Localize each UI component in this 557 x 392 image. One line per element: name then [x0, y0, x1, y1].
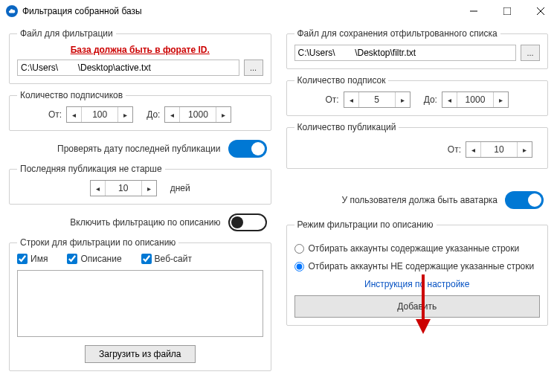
pubs-legend: Количество публикаций: [294, 122, 399, 132]
filter-file-input[interactable]: [17, 60, 239, 76]
subs-to-label: До:: [147, 109, 160, 120]
subscribers-group: Количество подписчиков От: ◂ 100 ▸ До: ◂…: [9, 90, 271, 131]
follows-from-value[interactable]: 5: [359, 92, 395, 107]
close-button[interactable]: [524, 0, 557, 22]
follows-to-label: До:: [424, 94, 437, 105]
follows-to-spinner[interactable]: ◂ 1000 ▸: [442, 91, 509, 108]
avatar-toggle[interactable]: [505, 191, 544, 209]
chevron-right-icon[interactable]: ▸: [117, 107, 132, 122]
filter-mode-group: Режим фильтрации по описанию Отбирать ак…: [286, 219, 549, 326]
add-button[interactable]: Добавить: [294, 295, 541, 318]
desc-strings-textarea[interactable]: [17, 270, 263, 337]
pubs-value[interactable]: 10: [481, 142, 517, 157]
subs-from-spinner[interactable]: ◂ 100 ▸: [66, 106, 133, 123]
chevron-right-icon[interactable]: ▸: [216, 107, 231, 122]
chevron-right-icon[interactable]: ▸: [395, 92, 410, 107]
titlebar: Фильтрация собранной базы: [0, 0, 557, 22]
follows-legend: Количество подписок: [294, 75, 389, 86]
chevron-left-icon[interactable]: ◂: [466, 142, 481, 157]
instructions-link[interactable]: Инструкция по настройке: [294, 279, 541, 289]
subscribers-legend: Количество подписчиков: [17, 90, 126, 100]
chevron-right-icon[interactable]: ▸: [141, 181, 156, 196]
check-date-toggle[interactable]: [228, 140, 267, 158]
filter-file-browse-button[interactable]: ...: [244, 60, 263, 76]
maximize-button[interactable]: [490, 0, 524, 22]
last-pub-legend: Последняя публикация не старше: [17, 164, 165, 174]
follows-to-value[interactable]: 1000: [457, 92, 493, 107]
chevron-left-icon[interactable]: ◂: [91, 181, 106, 196]
desc-strings-group: Строки для фильтрации по описанию Имя Оп…: [9, 237, 271, 371]
subs-to-spinner[interactable]: ◂ 1000 ▸: [164, 106, 231, 123]
save-file-browse-button[interactable]: ...: [521, 45, 540, 61]
desc-filter-label: Включить фильтрацию по описанию: [70, 217, 220, 228]
mode-contains-radio[interactable]: Отбирать аккаунты содержащие указанные с…: [294, 243, 541, 254]
subs-to-value[interactable]: 1000: [180, 107, 216, 122]
desc-filter-toggle[interactable]: [228, 213, 267, 231]
chevron-left-icon[interactable]: ◂: [442, 92, 457, 107]
follows-group: Количество подписок От: ◂ 5 ▸ До: ◂ 1000: [286, 75, 549, 116]
app-icon: [6, 5, 18, 17]
pubs-group: Количество публикаций От: ◂ 10 ▸: [286, 122, 549, 169]
follows-from-spinner[interactable]: ◂ 5 ▸: [344, 91, 410, 108]
load-from-file-button[interactable]: Загрузить из файла: [85, 345, 196, 363]
mode-not-contains-radio[interactable]: Отбирать аккаунты НЕ содержащие указанны…: [294, 261, 541, 271]
minimize-button[interactable]: [457, 0, 490, 22]
last-pub-value[interactable]: 10: [106, 181, 141, 196]
last-pub-spinner[interactable]: ◂ 10 ▸: [90, 180, 157, 196]
svg-rect-1: [503, 7, 511, 15]
subs-from-label: От:: [48, 109, 62, 120]
last-pub-unit: дней: [170, 183, 190, 193]
check-date-label: Проверять дату последней публикации: [57, 144, 220, 154]
desc-strings-legend: Строки для фильтрации по описанию: [17, 237, 178, 248]
id-format-warning: База должна быть в форате ID.: [17, 45, 263, 55]
chevron-right-icon[interactable]: ▸: [493, 92, 508, 107]
last-pub-group: Последняя публикация не старше ◂ 10 ▸ дн…: [9, 164, 271, 205]
pubs-spinner[interactable]: ◂ 10 ▸: [466, 141, 532, 158]
chevron-left-icon[interactable]: ◂: [165, 107, 180, 122]
website-checkbox[interactable]: Веб-сайт: [141, 254, 192, 264]
filter-file-legend: Файл для фильтрации: [17, 28, 116, 39]
svg-marker-5: [416, 319, 431, 334]
follows-from-label: От:: [326, 94, 339, 105]
chevron-left-icon[interactable]: ◂: [67, 107, 82, 122]
avatar-label: У пользователя должа быть аватарка: [341, 195, 498, 205]
name-checkbox[interactable]: Имя: [17, 254, 48, 264]
pubs-from-label: От:: [448, 144, 461, 155]
filter-file-group: Файл для фильтрации База должна быть в ф…: [9, 28, 271, 84]
window-title: Фильтрация собранной базы: [22, 6, 457, 16]
save-file-group: Файл для сохранения отфильтрованного спи…: [286, 28, 549, 69]
save-file-input[interactable]: [294, 45, 517, 61]
filter-mode-legend: Режим фильтрации по описанию: [294, 219, 437, 230]
chevron-right-icon[interactable]: ▸: [517, 142, 532, 157]
chevron-left-icon[interactable]: ◂: [344, 92, 359, 107]
description-checkbox[interactable]: Описание: [67, 254, 121, 264]
subs-from-value[interactable]: 100: [82, 107, 117, 122]
save-file-legend: Файл для сохранения отфильтрованного спи…: [294, 28, 500, 39]
